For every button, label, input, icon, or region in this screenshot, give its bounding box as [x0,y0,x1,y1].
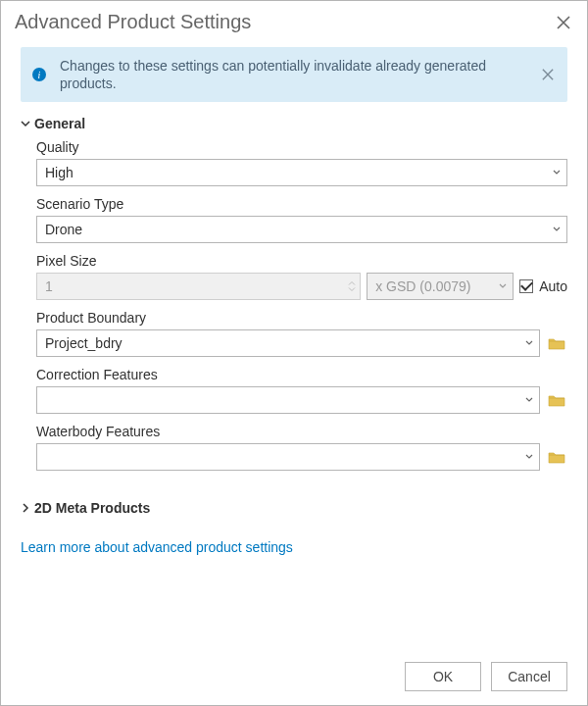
section-header-general[interactable]: General [21,110,567,137]
banner-close-icon[interactable] [540,67,556,82]
info-banner: i Changes to these settings can potentia… [21,47,567,102]
info-icon: i [32,68,46,81]
cancel-button[interactable]: Cancel [491,662,567,691]
stepper-arrows-icon [348,281,356,292]
scenario-label: Scenario Type [36,196,567,212]
general-section-body: Quality High Scenario Type Drone [21,137,567,490]
waterbody-features-field: Waterbody Features [36,424,567,471]
product-boundary-dropdown[interactable]: Project_bdry [36,329,540,357]
correction-features-dropdown[interactable] [36,386,540,414]
close-icon[interactable] [554,13,573,32]
scenario-field: Scenario Type Drone [36,196,567,243]
folder-icon[interactable] [546,332,567,354]
product-boundary-value: Project_bdry [45,335,122,351]
titlebar: Advanced Product Settings [1,1,587,43]
chevron-down-icon [525,339,533,347]
quality-field: Quality High [36,139,567,186]
chevron-down-icon [499,282,507,290]
quality-dropdown[interactable]: High [36,159,567,186]
product-boundary-field: Product Boundary Project_bdry [36,310,567,357]
content-area: General Quality High Scenario Type Drone [1,110,587,650]
gsd-dropdown: x GSD (0.0079) [367,273,514,300]
correction-features-label: Correction Features [36,367,567,382]
auto-checkbox[interactable] [519,279,533,293]
pixel-size-field: Pixel Size 1 x GSD (0.0079) [36,253,567,300]
advanced-product-settings-dialog: Advanced Product Settings i Changes to t… [0,0,588,706]
pixel-size-label: Pixel Size [36,253,567,269]
chevron-down-icon [553,169,561,176]
learn-more-link[interactable]: Learn more about advanced product settin… [21,539,293,555]
folder-icon[interactable] [546,446,567,468]
correction-features-field: Correction Features [36,367,567,414]
auto-label: Auto [539,278,567,294]
quality-label: Quality [36,139,567,155]
pixel-size-value: 1 [45,278,53,294]
quality-value: High [45,165,74,180]
section-title-general: General [34,116,85,131]
waterbody-features-label: Waterbody Features [36,424,567,439]
gsd-value: x GSD (0.0079) [375,278,470,294]
scenario-value: Drone [45,222,82,237]
chevron-down-icon [21,116,30,131]
chevron-down-icon [525,396,533,404]
section-title-2d-meta: 2D Meta Products [34,500,150,516]
ok-button[interactable]: OK [405,662,481,691]
dialog-title: Advanced Product Settings [15,11,251,33]
chevron-right-icon [21,500,30,516]
info-banner-text: Changes to these settings can potentiall… [60,57,526,92]
product-boundary-label: Product Boundary [36,310,567,326]
chevron-down-icon [525,453,533,461]
folder-icon[interactable] [546,389,567,411]
waterbody-features-dropdown[interactable] [36,443,540,471]
chevron-down-icon [553,226,561,233]
dialog-footer: OK Cancel [1,650,587,705]
scenario-dropdown[interactable]: Drone [36,216,567,243]
pixel-size-input: 1 [36,273,361,300]
section-header-2d-meta[interactable]: 2D Meta Products [21,494,567,522]
